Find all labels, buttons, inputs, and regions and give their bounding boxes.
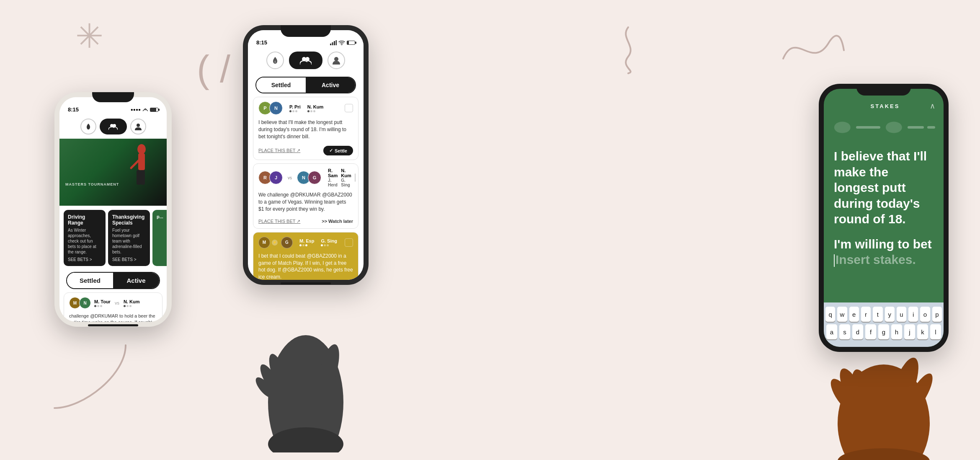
time-left: 8:15 [68, 106, 79, 113]
avatar-m-esp: M [258, 237, 270, 248]
bet-text-center-3: I bet that I could beat @GBAZ2000 in a g… [253, 251, 358, 280]
phone-left: 8:15 ●●●● [54, 92, 172, 327]
signal-left: ●●●● [131, 107, 158, 112]
refresh-icon-3[interactable] [345, 238, 353, 247]
svg-point-15 [334, 57, 338, 61]
nav-person-left[interactable] [130, 119, 146, 134]
nav-fire-center[interactable] [266, 52, 284, 69]
bet-text-center-2: We challenge @DRKUMAR @GBAZ2000 to a gam… [253, 190, 358, 216]
avatar-n-kum-left: N [79, 297, 91, 309]
tab-active-left[interactable]: Active [113, 273, 159, 288]
keyboard-row-1: q w e r t y u i o p [825, 307, 942, 322]
key-p[interactable]: p [932, 307, 942, 322]
category-row-left: Driving Range As Winter approaches, chec… [59, 206, 167, 269]
text-cursor [834, 254, 835, 267]
tabs-center[interactable]: Settled Active [255, 77, 356, 93]
stakes-main-text: I believe that I'll make the longest put… [834, 148, 934, 227]
svg-rect-10 [334, 41, 335, 45]
home-indicator-center [281, 282, 331, 284]
deco-curve-bottom-left [50, 341, 134, 418]
keyboard-row-2: a s d f g h j k l [825, 324, 942, 339]
tab-settled-left[interactable]: Settled [67, 273, 113, 288]
nav-left [59, 114, 167, 139]
key-r[interactable]: r [861, 307, 871, 322]
key-l[interactable]: l [930, 324, 941, 339]
orange-hand [812, 339, 955, 460]
refresh-icon-2[interactable] [355, 173, 356, 182]
key-y[interactable]: y [885, 307, 895, 322]
hero-left: MASTERS TOURNAMENT Fans are putting it a… [59, 139, 167, 206]
tab-active-center[interactable]: Active [306, 78, 355, 93]
bet-card-left: M N M. Tour vs [64, 292, 162, 322]
bet-text-center-1: I believe that I'll make the longest put… [253, 117, 358, 143]
cat-thanksgiving[interactable]: Thanksgiving Specials Fuel your hometown… [108, 210, 150, 266]
bet-card-center-3: M ⚡ G M. Esp [253, 232, 358, 280]
deco-squiggle-mid [611, 25, 645, 77]
key-u[interactable]: u [897, 307, 906, 322]
place-bet-link-1[interactable]: PLACE THIS BET ↗ [258, 148, 300, 153]
stakes-title: STAKES [871, 103, 900, 109]
avatar-j-herd: J [269, 171, 283, 184]
key-w[interactable]: w [837, 307, 847, 322]
nav-center [248, 47, 364, 73]
notch-left [92, 92, 134, 102]
svg-rect-8 [330, 44, 331, 45]
watch-button-2[interactable]: >> Watch later [322, 219, 353, 224]
stakes-body: I believe that I'll make the longest put… [824, 140, 944, 302]
avatar-g-sing: G [308, 171, 321, 184]
key-q[interactable]: q [825, 307, 835, 322]
key-j[interactable]: j [904, 324, 915, 339]
stakes-deco-row [824, 115, 944, 140]
svg-rect-11 [336, 40, 337, 45]
bet-text-left: challenge @DRKUMAR to hold a beer the en… [64, 311, 162, 322]
notch-right [856, 84, 911, 96]
tabs-left[interactable]: Settled Active [66, 272, 160, 289]
svg-point-2 [137, 124, 140, 127]
time-center: 8:15 [256, 39, 267, 46]
cat-extra[interactable]: p... [152, 210, 167, 266]
svg-point-24 [886, 121, 902, 133]
deco-squiggle-right [779, 25, 846, 83]
key-k[interactable]: k [917, 324, 928, 339]
nav-person-center[interactable] [328, 52, 345, 69]
cat-driving-range[interactable]: Driving Range As Winter approaches, chec… [64, 210, 106, 266]
key-f[interactable]: f [865, 324, 876, 339]
stakes-sub-text: I'm willing to bet Insert stakes. [834, 236, 934, 268]
svg-rect-9 [332, 42, 333, 45]
bet-card-center-2: R J vs N G R. Sam J. Herd [253, 163, 358, 228]
key-d[interactable]: d [852, 324, 863, 339]
tab-settled-center[interactable]: Settled [256, 78, 306, 93]
key-o[interactable]: o [920, 307, 930, 322]
nav-people-left[interactable] [100, 119, 127, 134]
bet-card-center-1: P N P. Pri [253, 97, 358, 160]
key-t[interactable]: t [873, 307, 882, 322]
refresh-icon-1[interactable] [345, 104, 353, 112]
nav-fire-left[interactable] [80, 119, 96, 134]
home-indicator-left [88, 324, 138, 326]
nav-people-center[interactable] [289, 52, 322, 69]
stakes-placeholder: Insert stakes. [836, 253, 916, 266]
settle-button-1[interactable]: ✓ Settle [323, 146, 353, 155]
deco-bracket-left: ( / [197, 50, 230, 88]
place-bet-link-2[interactable]: PLACE THIS BET ↗ [258, 219, 300, 224]
svg-point-3 [137, 144, 146, 154]
hero-tournament-left: MASTERS TOURNAMENT [65, 182, 161, 186]
home-indicator-right [859, 349, 909, 351]
keyboard[interactable]: q w e r t y u i o p a s d f g h [824, 302, 944, 347]
key-a[interactable]: a [826, 324, 837, 339]
phone-center: 8:15 Settl [243, 25, 369, 454]
svg-rect-4 [138, 153, 145, 170]
key-e[interactable]: e [849, 307, 859, 322]
notch-center [281, 25, 331, 37]
stakes-chevron[interactable]: ∧ [930, 101, 935, 111]
key-h[interactable]: h [891, 324, 902, 339]
avatar-g-sing-2: G [281, 237, 293, 248]
phone-right: STAKES ∧ I believe that I'll make the lo… [812, 84, 955, 460]
svg-point-23 [834, 121, 851, 133]
key-s[interactable]: s [839, 324, 850, 339]
key-i[interactable]: i [908, 307, 918, 322]
svg-point-12 [341, 44, 342, 45]
key-g[interactable]: g [878, 324, 889, 339]
deco-asterisk-1: ✳ [75, 17, 103, 56]
gray-hand [243, 277, 369, 454]
